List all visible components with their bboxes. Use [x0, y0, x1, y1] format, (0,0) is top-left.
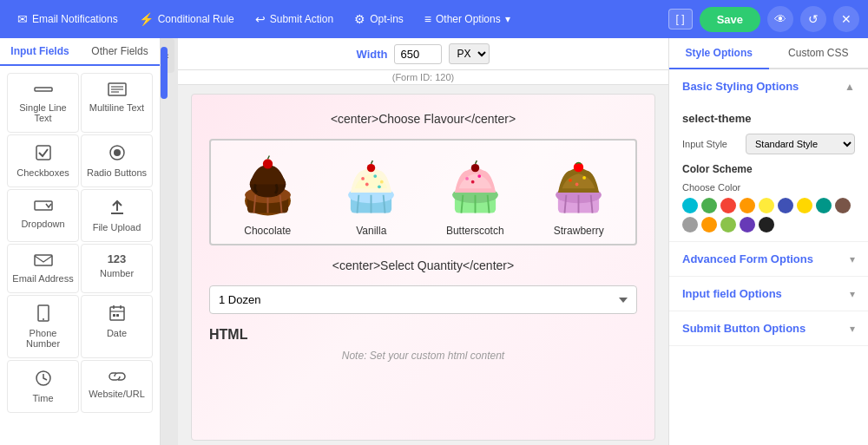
quantity-dropdown[interactable]: 1 Dozen 2 Dozen Half Dozen — [209, 285, 637, 314]
tab-input-fields[interactable]: Input Fields — [0, 38, 80, 66]
form-canvas: <center>Choose Flavour</center> — [191, 94, 655, 441]
number-icon: 123 — [108, 253, 127, 265]
refresh-button[interactable]: ↺ — [800, 6, 826, 32]
svg-line-49 — [475, 160, 477, 164]
field-website-url[interactable]: Website/URL — [81, 360, 153, 413]
input-field-options-section[interactable]: Input field Options ▾ — [669, 277, 868, 311]
phone-icon — [36, 304, 51, 324]
advanced-form-options-section[interactable]: Advanced Form Options ▾ — [669, 242, 868, 277]
sidebar-scroll-area: ‹ — [161, 38, 178, 445]
input-style-select[interactable]: Standard Style Flat Style Material Style — [746, 134, 855, 154]
top-navigation: ✉ Email Notifications ⚡ Conditional Rule… — [0, 0, 868, 38]
basic-styling-chevron: ▲ — [845, 81, 855, 93]
field-multiline-text[interactable]: Multiline Text — [81, 73, 153, 133]
html-section: HTML Note: Set your custom html content — [209, 327, 637, 362]
dropdown-icon — [34, 199, 53, 215]
color-dot[interactable] — [720, 217, 736, 232]
svg-point-38 — [367, 164, 375, 172]
color-dot[interactable] — [701, 198, 717, 213]
tab-custom-css[interactable]: Custom CSS — [769, 38, 869, 68]
nav-conditional-rule[interactable]: ⚡ Conditional Rule — [130, 7, 243, 31]
svg-rect-12 — [110, 307, 124, 320]
field-email-address[interactable]: Email Address — [7, 244, 79, 293]
color-dot[interactable] — [759, 198, 774, 213]
basic-styling-header[interactable]: Basic Styling Options ▲ — [669, 69, 868, 103]
svg-point-37 — [378, 185, 381, 188]
url-icon — [108, 370, 127, 385]
tab-other-fields[interactable]: Other Fields — [80, 38, 160, 64]
color-scheme-title: Color Scheme — [682, 163, 855, 175]
field-date[interactable]: Date — [81, 295, 153, 358]
field-checkboxes[interactable]: Checkboxes — [7, 134, 79, 187]
scroll-thumb — [161, 47, 168, 99]
cupcake-strawberry-label: Strawberry — [554, 225, 604, 237]
svg-point-34 — [374, 174, 378, 178]
field-radio-buttons[interactable]: Radio Buttons — [81, 134, 153, 187]
tab-style-options[interactable]: Style Options — [669, 38, 769, 69]
color-dot[interactable] — [740, 217, 755, 232]
submit-button-chevron: ▾ — [850, 323, 855, 335]
color-dot[interactable] — [682, 217, 698, 232]
field-time[interactable]: Time — [7, 360, 79, 413]
nav-opt-ins[interactable]: ⚙ Opt-ins — [345, 7, 412, 31]
canvas-toolbar: Width PX % — [178, 38, 668, 70]
optins-icon: ⚙ — [354, 12, 365, 26]
save-button[interactable]: Save — [700, 7, 760, 32]
preview-button[interactable]: 👁 — [767, 6, 793, 32]
cupcake-chocolate-label: Chocolate — [244, 225, 291, 237]
field-number[interactable]: 123 Number — [81, 244, 153, 293]
field-single-line-text[interactable]: Single Line Text — [7, 73, 79, 133]
cupcake-chocolate[interactable]: Chocolate — [218, 147, 318, 237]
color-dot[interactable] — [740, 198, 755, 213]
select-theme-title: select-theme — [682, 112, 855, 125]
field-file-upload[interactable]: File Upload — [81, 189, 153, 242]
advanced-form-chevron: ▾ — [850, 253, 855, 265]
field-phone-number[interactable]: Phone Number — [7, 295, 79, 358]
nav-submit-action[interactable]: ↩ Submit Action — [247, 7, 342, 31]
color-dot[interactable] — [778, 198, 793, 213]
basic-styling-title: Basic Styling Options — [682, 80, 799, 93]
color-dot[interactable] — [797, 198, 812, 213]
html-label: HTML — [209, 327, 637, 343]
color-dot[interactable] — [720, 198, 736, 213]
choose-flavour-text: <center>Choose Flavour</center> — [209, 112, 637, 126]
fields-grid: Single Line Text Multiline Text Checkbox… — [0, 66, 160, 420]
left-sidebar: Input Fields Other Fields Single Line Te… — [0, 38, 161, 445]
time-icon — [35, 370, 52, 389]
width-input[interactable] — [394, 44, 442, 64]
color-dot[interactable] — [701, 217, 717, 232]
svg-point-35 — [380, 180, 384, 184]
center-canvas: Width PX % (Form ID: 120) <center>Choose… — [178, 38, 668, 445]
sidebar-tabs: Input Fields Other Fields — [0, 38, 160, 66]
cupcake-strawberry[interactable]: Strawberry — [529, 147, 629, 237]
width-label: Width — [357, 48, 388, 61]
field-dropdown[interactable]: Dropdown — [7, 189, 79, 242]
cupcake-butterscotch[interactable]: Butterscotch — [425, 147, 525, 237]
quantity-select[interactable]: 1 Dozen 2 Dozen Half Dozen — [209, 285, 637, 314]
svg-point-55 — [569, 179, 572, 182]
color-dot[interactable] — [682, 198, 698, 213]
bracket-button[interactable]: [ ] — [668, 9, 693, 29]
svg-point-56 — [582, 176, 586, 180]
cupcake-vanilla[interactable]: Vanilla — [322, 147, 422, 237]
color-dot[interactable] — [835, 198, 851, 213]
nav-email-notifications[interactable]: ✉ Email Notifications — [9, 7, 127, 31]
multiline-icon — [108, 82, 127, 99]
canvas-area[interactable]: <center>Choose Flavour</center> — [178, 85, 668, 445]
svg-rect-10 — [35, 255, 52, 265]
color-dot[interactable] — [816, 198, 832, 213]
input-style-label: Input Style — [682, 139, 739, 149]
upload-icon — [108, 199, 126, 219]
email-field-icon — [34, 253, 53, 270]
svg-line-27 — [267, 155, 269, 159]
close-button[interactable]: ✕ — [833, 6, 859, 32]
color-dot[interactable] — [759, 217, 774, 232]
submit-button-options-section[interactable]: Submit Button Options ▾ — [669, 311, 868, 346]
input-field-title: Input field Options — [682, 287, 782, 300]
nav-other-options[interactable]: ≡ Other Options ▾ — [416, 7, 519, 31]
html-note: Note: Set your custom html content — [209, 350, 637, 362]
input-field-chevron: ▾ — [850, 288, 855, 300]
color-dots — [682, 198, 855, 232]
unit-select[interactable]: PX % — [449, 43, 490, 64]
dropdown-arrow-icon: ▾ — [505, 13, 510, 25]
